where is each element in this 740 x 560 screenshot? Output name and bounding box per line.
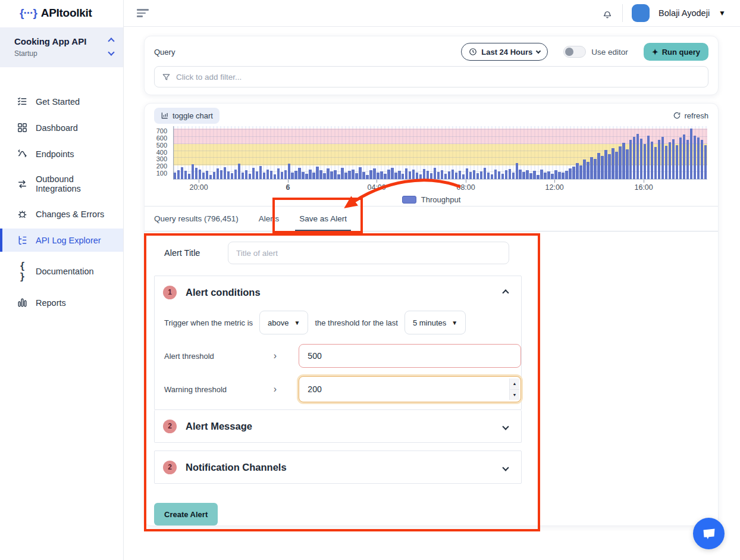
use-editor-toggle[interactable]: [563, 46, 586, 58]
sidebar-item-dashboard[interactable]: Dashboard: [0, 116, 123, 139]
filter-input[interactable]: [176, 73, 701, 82]
outbound-arrows-icon: [17, 179, 28, 190]
bar: [263, 173, 265, 179]
menu-icon[interactable]: [137, 9, 149, 17]
bar: [195, 168, 197, 179]
bar: [501, 174, 504, 179]
tab-alerts[interactable]: Alerts: [259, 207, 280, 231]
sidebar-item-label: Changes & Errors: [36, 209, 104, 219]
bar: [537, 175, 539, 179]
bar: [558, 172, 560, 179]
bell-icon[interactable]: [601, 7, 613, 19]
alert-message-header[interactable]: 2 Alert Message: [155, 410, 521, 442]
bar: [594, 159, 596, 179]
bar: [227, 171, 230, 179]
bar: [380, 171, 382, 179]
bar: [256, 171, 258, 179]
x-tick-label: 12:00: [545, 183, 564, 192]
bar: [419, 174, 422, 179]
bar: [274, 174, 276, 179]
bar: [217, 168, 219, 179]
sidebar-item-documentation[interactable]: { } Documentation: [0, 255, 123, 288]
notification-channels-header[interactable]: 2 Notification Channels: [155, 451, 521, 483]
bar: [473, 170, 475, 179]
bar: [704, 145, 707, 179]
bar: [284, 170, 287, 179]
sidebar: {···} APItoolkit Cooking App API Startup…: [0, 0, 124, 560]
x-tick-label: 04:00: [367, 183, 385, 192]
sidebar-item-get-started[interactable]: Get Started: [0, 90, 123, 113]
bar: [213, 172, 215, 179]
avatar[interactable]: [632, 4, 650, 22]
collapse-icon: [503, 287, 508, 298]
caret-down-icon: ▼: [294, 320, 300, 326]
bar: [572, 167, 575, 179]
query-panel: Query Last 24 Hours Use editor ✦ Run que…: [144, 36, 719, 95]
filter-bar[interactable]: [154, 66, 708, 87]
tab-query-results[interactable]: Query results (796,451): [154, 207, 239, 231]
sidebar-item-changes-errors[interactable]: Changes & Errors: [0, 202, 123, 226]
bar: [661, 137, 664, 179]
brand-logo[interactable]: {···} APItoolkit: [0, 0, 123, 26]
bar: [444, 174, 447, 179]
window-value: 5 minutes: [413, 318, 446, 327]
y-tick-label: 600: [156, 134, 167, 142]
chevron-down-icon[interactable]: [502, 464, 509, 471]
bar: [644, 144, 646, 179]
sidebar-item-label: Documentation: [36, 267, 94, 276]
direction-dropdown[interactable]: above ▼: [259, 311, 308, 334]
query-panel-title: Query: [154, 48, 175, 57]
alert-threshold-input[interactable]: [299, 344, 521, 368]
bar: [330, 171, 333, 179]
bar: [373, 168, 375, 179]
bar: [377, 173, 379, 179]
bar: [529, 173, 532, 179]
funnel-icon: [162, 73, 171, 82]
bar: [509, 169, 511, 179]
sidebar-item-endpoints[interactable]: Endpoints: [0, 142, 123, 165]
bar: [487, 173, 490, 179]
refresh-label: refresh: [685, 111, 708, 120]
spinner-down-button[interactable]: ▼: [510, 390, 519, 401]
sidebar-item-outbound-integrations[interactable]: Outbound Integrations: [0, 168, 123, 199]
chevron-up-icon[interactable]: [108, 37, 114, 44]
project-selector[interactable]: Cooking App API Startup: [0, 27, 123, 67]
bar: [697, 137, 700, 179]
time-range-dropdown[interactable]: Last 24 Hours: [461, 43, 548, 61]
bar: [337, 174, 340, 179]
chevron-down-icon[interactable]: [502, 423, 509, 430]
sidebar-item-api-log-explorer[interactable]: API Log Explorer: [0, 229, 123, 252]
brand-name: APItoolkit: [41, 7, 92, 20]
spinner-up-button[interactable]: ▲: [510, 378, 519, 390]
bar: [597, 153, 600, 180]
alert-title-input[interactable]: [228, 242, 509, 264]
sidebar-item-reports[interactable]: Reports: [0, 291, 123, 314]
results-tabs: Query results (796,451) Alerts Save as A…: [145, 206, 718, 231]
bar: [672, 139, 675, 179]
bar: [234, 170, 237, 179]
alert-conditions-header[interactable]: 1 Alert conditions: [155, 276, 521, 308]
warning-threshold-input[interactable]: [299, 376, 521, 402]
toggle-chart-button[interactable]: toggle chart: [154, 108, 220, 124]
warning-threshold-row: Warning threshold › ▲ ▼: [155, 375, 521, 403]
bar: [547, 171, 550, 179]
chevron-up-icon[interactable]: [502, 289, 509, 296]
bar: [640, 139, 642, 179]
refresh-button[interactable]: refresh: [673, 111, 708, 120]
chat-widget-button[interactable]: [693, 518, 725, 549]
create-alert-button[interactable]: Create Alert: [154, 503, 218, 525]
bar: [245, 170, 247, 179]
braces-icon: { }: [17, 261, 28, 282]
bar: [462, 174, 465, 179]
checklist-icon: [17, 96, 28, 107]
window-dropdown[interactable]: 5 minutes ▼: [405, 311, 466, 334]
chevron-down-icon[interactable]: [108, 49, 114, 55]
x-tick-label: 6: [286, 183, 290, 192]
main-area: Bolaji Ayodeji ▼ Query Last 24 Hours Use…: [124, 0, 740, 560]
bar: [498, 171, 500, 179]
user-menu-caret-icon[interactable]: ▼: [719, 9, 726, 17]
bar: [344, 173, 347, 179]
run-query-button[interactable]: ✦ Run query: [644, 43, 708, 61]
bar: [601, 156, 603, 179]
tab-save-as-alert[interactable]: Save as Alert: [299, 207, 347, 231]
